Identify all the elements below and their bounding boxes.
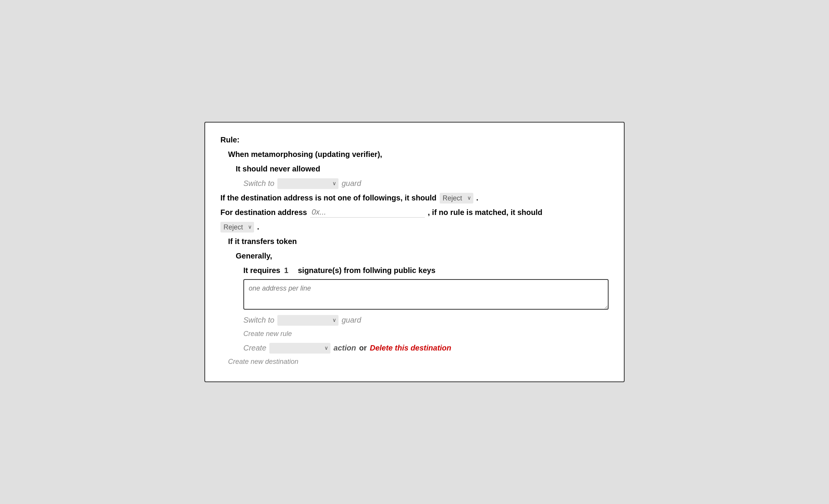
main-container: Rule: When metamorphosing (updating veri… xyxy=(204,122,625,382)
should-never-line: It should never allowed xyxy=(236,163,609,174)
switch-to-guard-line-2: Switch to Option A Option B guard xyxy=(243,314,609,326)
delete-destination-link[interactable]: Delete this destination xyxy=(370,342,451,354)
switch-to-dropdown-wrapper-1: Option A Option B xyxy=(277,178,338,189)
for-destination-text: For destination address xyxy=(220,207,307,218)
if-no-rule-text: , if no rule is matched, it should xyxy=(428,207,542,218)
period-2: . xyxy=(257,221,259,233)
if-transfers-line: If it transfers token xyxy=(228,236,609,247)
generally-text: Generally, xyxy=(236,250,272,262)
if-destination-text: If the destination address is not one of… xyxy=(220,192,437,204)
reject-dropdown-wrapper-2: Reject Accept xyxy=(220,221,254,233)
create-new-destination-text[interactable]: Create new destination xyxy=(228,357,298,367)
create-new-destination-line: Create new destination xyxy=(228,357,609,367)
reject-line-2: Reject Accept . xyxy=(220,221,609,233)
destination-address-input[interactable] xyxy=(310,207,425,218)
rule-label-line: Rule: xyxy=(220,134,609,145)
requires-post-text: signature(s) from follwing public keys xyxy=(298,265,436,276)
if-transfers-text: If it transfers token xyxy=(228,236,297,247)
switch-to-label-1: Switch to xyxy=(243,178,274,189)
if-destination-line: If the destination address is not one of… xyxy=(220,192,609,204)
switch-to-label-2: Switch to xyxy=(243,314,274,326)
when-text: When metamorphosing (updating verifier), xyxy=(228,149,382,160)
create-label: Create xyxy=(243,342,266,354)
when-line: When metamorphosing (updating verifier), xyxy=(228,149,609,160)
requires-pre-text: It requires xyxy=(243,265,280,276)
switch-to-guard-line-1: Switch to Option A Option B guard xyxy=(243,178,609,189)
address-textarea-block xyxy=(243,279,609,311)
create-new-rule-text[interactable]: Create new rule xyxy=(243,329,292,339)
period-1: . xyxy=(476,192,479,204)
guard-label-2: guard xyxy=(342,314,361,326)
create-dropdown-wrapper: Option A Option B xyxy=(269,342,330,354)
reject-select-2[interactable]: Reject Accept xyxy=(220,222,254,233)
create-new-rule-line: Create new rule xyxy=(243,329,609,339)
switch-to-dropdown-wrapper-2: Option A Option B xyxy=(277,314,338,326)
action-text: action xyxy=(334,342,356,354)
public-keys-textarea[interactable] xyxy=(243,279,609,310)
switch-to-select-2[interactable]: Option A Option B xyxy=(277,315,338,326)
create-action-line: Create Option A Option B action or Delet… xyxy=(243,342,609,354)
switch-to-select-1[interactable]: Option A Option B xyxy=(277,178,338,189)
reject-select-1[interactable]: Reject Accept xyxy=(440,193,473,204)
rule-label: Rule: xyxy=(220,134,240,145)
requires-line: It requires signature(s) from follwing p… xyxy=(243,265,609,276)
or-text: or xyxy=(359,342,367,354)
create-select[interactable]: Option A Option B xyxy=(269,343,330,354)
reject-dropdown-wrapper-1: Reject Accept xyxy=(440,192,473,204)
should-never-text: It should never allowed xyxy=(236,163,320,174)
guard-label-1: guard xyxy=(342,178,361,189)
signature-count-input[interactable] xyxy=(283,266,295,275)
generally-line: Generally, xyxy=(236,250,609,262)
for-destination-line: For destination address , if no rule is … xyxy=(220,207,609,218)
